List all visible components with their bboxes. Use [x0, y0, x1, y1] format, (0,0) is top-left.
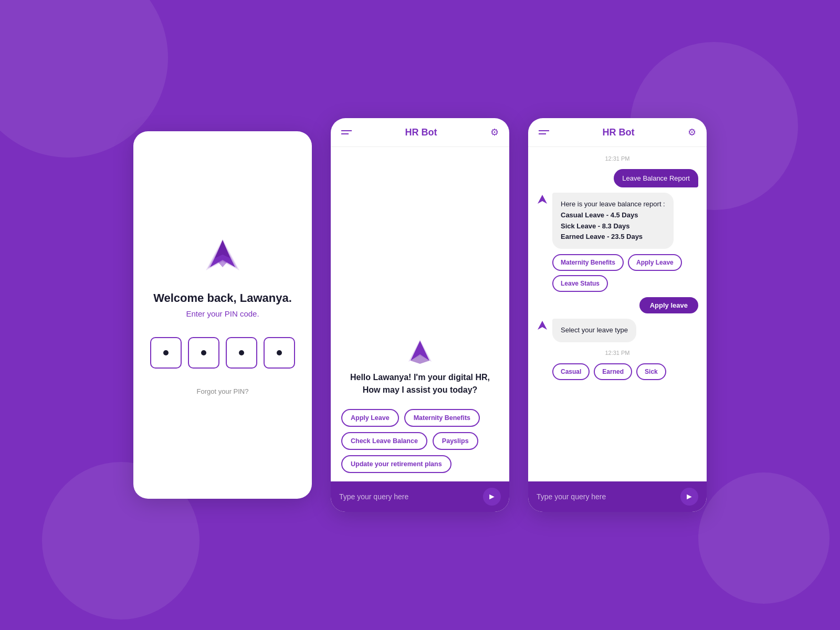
- hamburger-line-3a: [539, 130, 549, 131]
- hamburger-line-2: [341, 133, 349, 134]
- bot-message-balance: Here is your leave balance report : Casu…: [537, 193, 698, 249]
- login-card: Welcome back, Lawanya. Enter your PIN co…: [133, 131, 312, 499]
- apply-leave-send-btn[interactable]: Apply leave: [639, 297, 698, 313]
- pin-dot-1: [163, 350, 169, 355]
- hamburger-line-3b: [539, 133, 546, 134]
- pin-box-1[interactable]: [150, 337, 182, 369]
- btn-row-1: Apply Leave Maternity Benefits: [341, 409, 499, 427]
- select-leave-text: Select your leave type: [561, 326, 628, 334]
- earned-leave-btn[interactable]: Earned: [594, 363, 632, 380]
- pin-box-2[interactable]: [188, 337, 219, 369]
- settings-icon-2[interactable]: ⚙: [490, 127, 499, 138]
- apply-leave-btn[interactable]: Apply Leave: [341, 409, 399, 427]
- pin-box-3[interactable]: [226, 337, 257, 369]
- casual-leave-btn[interactable]: Casual: [552, 363, 590, 380]
- chat-title-2: HR Bot: [405, 127, 437, 138]
- btn-row-3: Update your retirement plans: [341, 455, 499, 473]
- bot-message-select-leave: Select your leave type: [537, 319, 698, 342]
- maternity-benefits-btn[interactable]: Maternity Benefits: [404, 409, 480, 427]
- chat-input-bar-2: ►: [331, 481, 509, 512]
- chat-header-2: HR Bot ⚙: [331, 118, 509, 147]
- send-button-3[interactable]: ►: [680, 488, 698, 506]
- quick-action-buttons: Apply Leave Maternity Benefits Check Lea…: [341, 409, 499, 473]
- chat-input-3[interactable]: [537, 492, 675, 501]
- hamburger-line-1: [341, 130, 352, 131]
- chat-input-2[interactable]: [339, 492, 478, 501]
- earned-leave: Earned Leave - 23.5 Days: [561, 232, 665, 243]
- sick-leave-btn[interactable]: Sick: [636, 363, 666, 380]
- balance-intro: Here is your leave balance report :: [561, 200, 665, 208]
- settings-icon-3[interactable]: ⚙: [688, 127, 696, 138]
- sick-leave: Sick Leave - 8.3 Days: [561, 221, 665, 232]
- leave-type-buttons: Casual Earned Sick: [537, 363, 698, 380]
- check-leave-balance-btn[interactable]: Check Leave Balance: [341, 432, 427, 450]
- bot-greeting-text: Hello Lawanya! I'm your digital HR,How m…: [350, 371, 490, 396]
- apply-leave-action-btn[interactable]: Apply Leave: [628, 254, 682, 271]
- pin-dot-2: [201, 350, 206, 355]
- chat-title-3: HR Bot: [603, 127, 635, 138]
- svg-marker-9: [538, 321, 547, 330]
- bg-decoration-4: [698, 472, 830, 604]
- pin-inputs: [150, 337, 295, 369]
- user-message-1: Leave Balance Report: [537, 169, 698, 187]
- bot-logo-icon: [406, 338, 434, 365]
- forgot-pin-link[interactable]: Forgot your PIN?: [197, 387, 249, 395]
- pin-dot-3: [239, 350, 244, 355]
- pin-dot-4: [277, 350, 282, 355]
- timestamp-2: 12:31 PM: [537, 350, 698, 356]
- chat-card-conversation: HR Bot ⚙ 12:31 PM Leave Balance Report H…: [528, 118, 707, 512]
- user-message-apply: Apply leave: [537, 297, 698, 313]
- action-buttons-row: Maternity Benefits Apply Leave Leave Sta…: [537, 254, 698, 292]
- casual-leave: Casual Leave - 4.5 Days: [561, 210, 665, 221]
- welcome-text: Welcome back, Lawanya.: [153, 291, 292, 305]
- retirement-plans-btn[interactable]: Update your retirement plans: [341, 455, 452, 473]
- cards-container: Welcome back, Lawanya. Enter your PIN co…: [133, 118, 707, 512]
- btn-row-2: Check Leave Balance Payslips: [341, 432, 499, 450]
- bot-intro: Hello Lawanya! I'm your digital HR,How m…: [341, 338, 499, 396]
- user-bubble-1: Leave Balance Report: [614, 169, 698, 187]
- chat-card-greeting: HR Bot ⚙ Hello Lawanya! I'm your digital…: [331, 118, 509, 512]
- bot-avatar-icon: [537, 194, 548, 205]
- pin-box-4[interactable]: [264, 337, 295, 369]
- payslips-btn[interactable]: Payslips: [433, 432, 478, 450]
- bot-bubble-balance: Here is your leave balance report : Casu…: [552, 193, 674, 249]
- subtitle-text: Enter your PIN code.: [186, 309, 259, 318]
- chat-body-3: 12:31 PM Leave Balance Report Here is yo…: [528, 147, 707, 481]
- chat-input-bar-3: ►: [528, 481, 707, 512]
- bot-bubble-select-leave: Select your leave type: [552, 319, 636, 342]
- timestamp-1: 12:31 PM: [537, 155, 698, 162]
- hamburger-menu-icon-3[interactable]: [539, 130, 549, 134]
- app-logo: [202, 235, 244, 277]
- send-button-2[interactable]: ►: [483, 488, 501, 506]
- chat-body-2: Hello Lawanya! I'm your digital HR,How m…: [331, 147, 509, 481]
- svg-marker-8: [538, 195, 547, 204]
- maternity-benefits-action-btn[interactable]: Maternity Benefits: [552, 254, 624, 271]
- leave-status-action-btn[interactable]: Leave Status: [552, 275, 608, 292]
- chat-header-3: HR Bot ⚙: [528, 118, 707, 147]
- hamburger-menu-icon[interactable]: [341, 130, 352, 134]
- bot-avatar-icon-2: [537, 320, 548, 331]
